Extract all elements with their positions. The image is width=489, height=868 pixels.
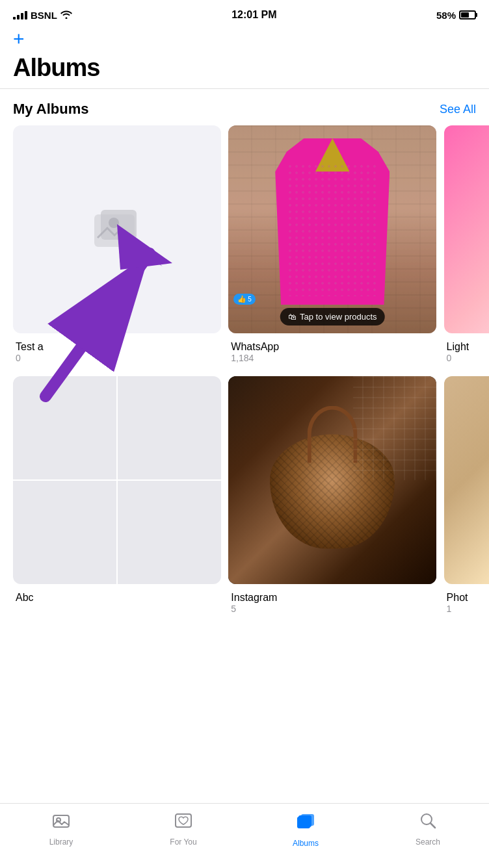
album-item-test-a[interactable]: Test a 0 <box>13 125 226 363</box>
album-name-light: Light <box>445 341 489 353</box>
section-header: My Albums See All <box>0 89 489 125</box>
add-button[interactable]: + <box>13 29 476 49</box>
page-title: Albums <box>13 54 476 82</box>
album-name-abc: Abc <box>14 592 226 604</box>
album-name-whatsapp: WhatsApp <box>230 341 441 353</box>
tap-to-view-tooltip: 🛍 Tap to view products <box>280 308 385 326</box>
svg-rect-6 <box>53 815 69 827</box>
tab-library[interactable]: Library <box>0 811 122 847</box>
album-count-photos: 1 <box>445 604 489 614</box>
tab-for-you[interactable]: For You <box>122 811 244 847</box>
album-label-area-whatsapp: WhatsApp 1,184 <box>228 337 441 363</box>
status-left: BSNL <box>13 10 72 21</box>
albums-grid: Test a 0 <box>0 125 489 614</box>
tab-library-label: Library <box>49 837 73 847</box>
search-icon <box>419 811 437 834</box>
album-name-instagram: Instagram <box>230 592 441 604</box>
tap-to-view-label: Tap to view products <box>300 312 377 322</box>
album-count-whatsapp: 1,184 <box>230 353 441 363</box>
content-area: + Albums My Albums See All Test <box>0 26 489 688</box>
status-right: 58% <box>436 10 476 21</box>
album-name-test-a: Test a <box>14 341 226 353</box>
svg-rect-1 <box>101 210 137 240</box>
tab-albums-label: Albums <box>293 839 319 848</box>
bag-icon: 🛍 <box>288 312 297 322</box>
album-item-instagram[interactable]: Instagram 5 <box>228 376 441 614</box>
status-bar: BSNL 12:01 PM 58% <box>0 0 489 26</box>
album-count-test-a: 0 <box>14 353 226 363</box>
album-item-whatsapp[interactable]: 🛍 Tap to view products 👍5 WhatsApp 1, <box>228 125 441 363</box>
album-item-abc[interactable]: Abc <box>13 376 226 614</box>
library-icon <box>52 811 70 834</box>
tab-albums[interactable]: Albums <box>244 811 367 848</box>
placeholder-image-icon <box>91 207 143 252</box>
tab-bar: Library For You Albums Search <box>0 803 489 868</box>
albums-icon <box>296 811 315 836</box>
album-name-photos: Phot <box>445 592 489 604</box>
for-you-icon <box>174 811 192 834</box>
my-albums-title: My Albums <box>13 101 89 118</box>
svg-rect-11 <box>298 815 311 827</box>
album-count-instagram: 5 <box>230 604 441 614</box>
albums-row-2: Abc <box>0 376 489 614</box>
carrier-name: BSNL <box>31 10 57 21</box>
svg-rect-8 <box>176 814 191 827</box>
header: + Albums <box>0 26 489 89</box>
wifi-icon <box>60 10 72 21</box>
album-label-area: Test a 0 <box>13 337 226 363</box>
album-count-light: 0 <box>445 353 489 363</box>
album-item-light-partial: Light 0 <box>444 125 489 363</box>
albums-row-1: Test a 0 <box>0 125 489 363</box>
tab-search-label: Search <box>416 837 440 847</box>
tab-for-you-label: For You <box>170 837 196 847</box>
battery-icon <box>459 10 476 19</box>
battery-percentage: 58% <box>436 10 456 21</box>
see-all-button[interactable]: See All <box>440 103 476 116</box>
clock: 12:01 PM <box>231 9 276 21</box>
album-item-photos-partial: Phot 1 <box>444 376 489 614</box>
signal-icon <box>13 10 27 19</box>
tab-search[interactable]: Search <box>367 811 489 847</box>
svg-point-2 <box>109 218 119 228</box>
